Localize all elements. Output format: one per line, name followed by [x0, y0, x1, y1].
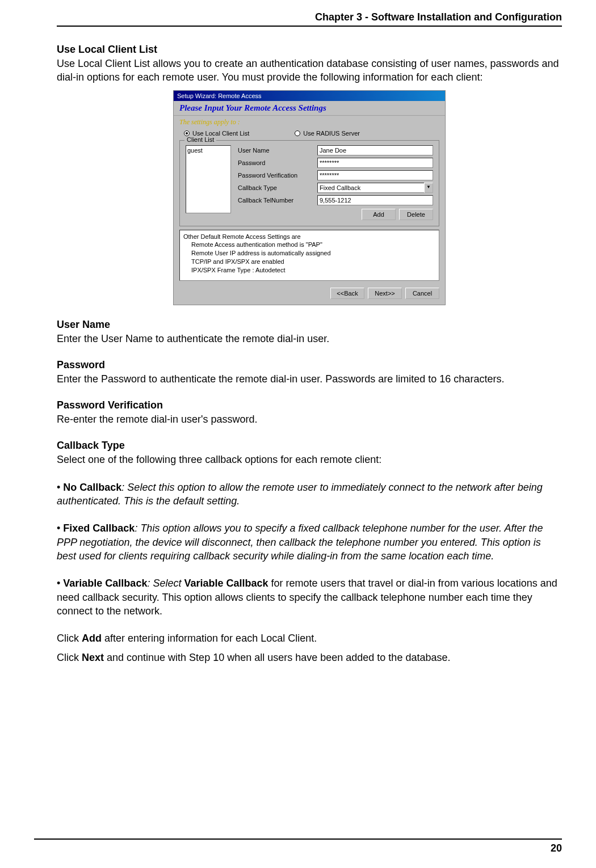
setup-wizard-dialog: Setup Wizard: Remote Access Please Input… [173, 90, 446, 305]
page-number: 20 [551, 842, 562, 854]
info-line-4: IPX/SPX Frame Type : Autodetect [183, 266, 435, 275]
label-password: Password [238, 159, 317, 166]
radio-use-radius[interactable]: Use RADIUS Server [295, 130, 360, 137]
info-line-2: Remote User IP address is automatically … [183, 249, 435, 258]
wizard-heading: Please Input Your Remote Access Settings [174, 101, 445, 116]
add-button[interactable]: Add [362, 209, 396, 220]
client-listbox[interactable]: guest [186, 145, 231, 213]
para-user-name: Enter the User Name to authenticate the … [57, 332, 562, 345]
label-callback-tel: Callback TelNumber [238, 197, 317, 204]
heading-user-name: User Name [57, 319, 562, 331]
para-click-add: Click Add after entering information for… [57, 631, 562, 645]
bullet-variable-callback: • Variable Callback: Select Variable Cal… [57, 576, 562, 618]
radio-off-icon [295, 130, 300, 136]
heading-verify: Password Verification [57, 399, 562, 411]
header-rule [57, 26, 562, 27]
bullet-fixed-callback: • Fixed Callback: This option allows you… [57, 521, 562, 563]
no-callback-rest: : Select this option to allow the remote… [57, 482, 543, 507]
wizard-subheading: The settings apply to : [174, 116, 445, 129]
client-list-legend: Client List [184, 136, 216, 143]
cancel-button[interactable]: Cancel [405, 288, 439, 299]
bullet-dot: • [57, 523, 63, 534]
para-verify: Re-enter the remote dial-in user's passw… [57, 412, 562, 426]
bullet-no-callback: • No Callback: Select this option to all… [57, 481, 562, 508]
chapter-header: Chapter 3 - Software Installation and Co… [57, 11, 562, 26]
heading-password: Password [57, 359, 562, 371]
label-password-verify: Password Verification [238, 172, 317, 179]
footer-rule [34, 838, 562, 840]
click-add-post: after entering information for each Loca… [102, 633, 317, 644]
click-next-post: and continue with Step 10 when all users… [104, 652, 450, 663]
click-add-bold: Add [82, 633, 102, 644]
radio-on-icon [184, 130, 190, 136]
client-list-fieldset: Client List guest User Name Password [179, 140, 439, 226]
info-line-1: Remote Access authentication method is "… [183, 241, 435, 249]
chevron-down-icon[interactable]: ▼ [424, 183, 433, 193]
input-password[interactable] [317, 158, 433, 168]
para-local-client: Use Local Client List allows you to crea… [57, 57, 562, 85]
para-cbtype: Select one of the following three callba… [57, 453, 562, 466]
label-user-name: User Name [238, 147, 317, 154]
info-title: Other Default Remote Access Settings are [183, 233, 435, 241]
para-click-next: Click Next and continue with Step 10 whe… [57, 651, 562, 664]
select-callback-type[interactable] [317, 183, 424, 193]
input-callback-tel[interactable] [317, 195, 433, 205]
click-next-pre: Click [57, 652, 82, 663]
delete-button[interactable]: Delete [399, 209, 433, 220]
other-defaults-box: Other Default Remote Access Settings are… [179, 230, 439, 281]
label-callback-type: Callback Type [238, 184, 317, 191]
wizard-titlebar: Setup Wizard: Remote Access [174, 91, 445, 101]
bullet-dot: • [57, 578, 63, 589]
no-callback-label: No Callback [63, 482, 121, 493]
heading-cbtype: Callback Type [57, 440, 562, 452]
fixed-callback-label: Fixed Callback [63, 523, 135, 534]
bullet-dot: • [57, 482, 63, 493]
input-password-verify[interactable] [317, 170, 433, 180]
list-item[interactable]: guest [187, 147, 229, 154]
click-add-pre: Click [57, 633, 82, 644]
radio-radius-label: Use RADIUS Server [303, 130, 360, 137]
click-next-bold: Next [82, 652, 104, 663]
back-button[interactable]: <<Back [330, 288, 364, 299]
info-line-3: TCP/IP and IPX/SPX are enabled [183, 258, 435, 266]
input-user-name[interactable] [317, 145, 433, 155]
next-button[interactable]: Next>> [368, 288, 402, 299]
variable-callback-bold2: Variable Callback [184, 578, 268, 589]
heading-local-client: Use Local Client List [57, 44, 562, 56]
variable-callback-mid: : Select [147, 578, 184, 589]
variable-callback-label: Variable Callback [63, 578, 147, 589]
para-password: Enter the Password to authenticate the r… [57, 372, 562, 386]
